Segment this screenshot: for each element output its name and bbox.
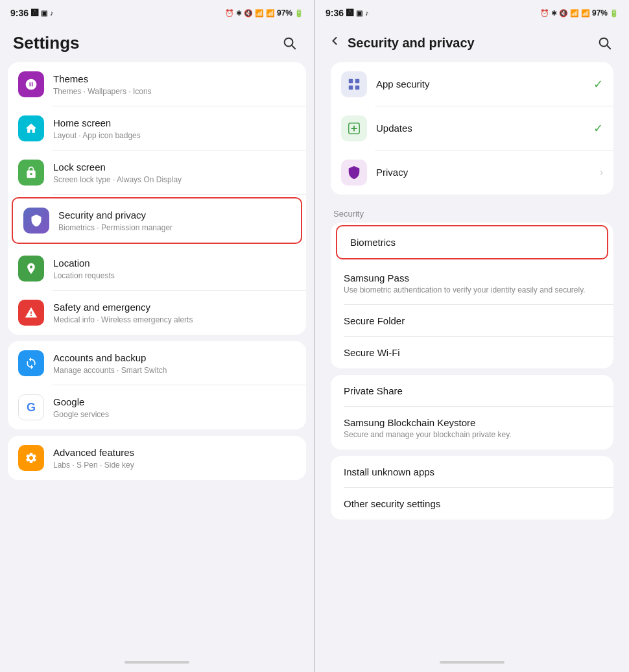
left-search-button[interactable] bbox=[278, 31, 301, 54]
right-bottom-indicator bbox=[440, 661, 504, 664]
left-battery-text: 97% bbox=[277, 8, 292, 18]
left-music-icon: ♪ bbox=[50, 9, 54, 17]
accounts-subtitle: Manage accounts · Smart Switch bbox=[53, 366, 296, 375]
settings-card-mid: Accounts and backup Manage accounts · Sm… bbox=[8, 341, 306, 429]
settings-item-privacy[interactable]: Privacy › bbox=[331, 150, 613, 195]
left-bottom-bar bbox=[0, 656, 314, 672]
accounts-title: Accounts and backup bbox=[53, 352, 296, 365]
other-security-title: Other security settings bbox=[344, 498, 600, 509]
settings-item-themes[interactable]: Themes Themes · Wallpapers · Icons bbox=[8, 62, 306, 106]
settings-item-install-unknown[interactable]: Install unknown apps bbox=[331, 456, 613, 488]
right-signal-icon: 📶 bbox=[581, 9, 590, 18]
right-bottom-bar bbox=[315, 656, 629, 672]
security-highlight-box: Security and privacy Biometrics · Permis… bbox=[12, 197, 302, 244]
right-panel: 9:36 🅰 ▣ ♪ ⏰ ✱ 🔇 📶 📶 97% 🔋 Security and … bbox=[315, 0, 629, 672]
app-security-check: ✓ bbox=[593, 77, 603, 91]
home-subtitle: Layout · App icon badges bbox=[53, 131, 296, 140]
themes-subtitle: Themes · Wallpapers · Icons bbox=[53, 87, 296, 96]
left-status-icons-a: 🅰 bbox=[31, 9, 38, 17]
settings-item-google[interactable]: G Google Google services bbox=[8, 385, 306, 429]
left-status-bar: 9:36 🅰 ▣ ♪ ⏰ ✱ 🔇 📶 📶 97% 🔋 bbox=[0, 0, 314, 26]
right-status-icons: ⏰ ✱ 🔇 📶 📶 97% 🔋 bbox=[540, 8, 619, 18]
secure-wifi-row: Secure Wi-Fi bbox=[344, 347, 600, 358]
settings-item-safety[interactable]: Safety and emergency Medical info · Wire… bbox=[8, 291, 306, 335]
left-signal-icon: 📶 bbox=[266, 9, 275, 18]
top-section-group: App security ✓ Updates ✓ Pri bbox=[331, 62, 613, 195]
google-subtitle: Google services bbox=[53, 410, 296, 419]
themes-text: Themes Themes · Wallpapers · Icons bbox=[53, 73, 296, 96]
right-settings-list: App security ✓ Updates ✓ Pri bbox=[315, 62, 629, 656]
settings-item-updates[interactable]: Updates ✓ bbox=[331, 106, 613, 150]
advanced-title: Advanced features bbox=[53, 446, 296, 459]
settings-card-bottom: Advanced features Labs · S Pen · Side ke… bbox=[8, 436, 306, 480]
biometrics-title: Biometrics bbox=[350, 237, 594, 248]
safety-subtitle: Medical info · Wireless emergency alerts bbox=[53, 315, 296, 324]
left-battery-icon: 🔋 bbox=[294, 9, 303, 18]
right-wifi-icon: 📶 bbox=[570, 9, 579, 18]
left-alarm-icon: ⏰ bbox=[225, 9, 234, 18]
lock-text: Lock screen Screen lock type · Always On… bbox=[53, 161, 296, 184]
right-notification-icon: ▣ bbox=[356, 9, 362, 18]
advanced-subtitle: Labs · S Pen · Side key bbox=[53, 461, 296, 470]
settings-item-app-security[interactable]: App security ✓ bbox=[331, 62, 613, 106]
settings-card-top: Themes Themes · Wallpapers · Icons Home … bbox=[8, 62, 306, 335]
google-text: Google Google services bbox=[53, 396, 296, 419]
settings-item-home[interactable]: Home screen Layout · App icon badges bbox=[8, 106, 306, 150]
samsung-pass-subtitle: Use biometric authentication to verify y… bbox=[344, 285, 586, 294]
right-status-bar: 9:36 🅰 ▣ ♪ ⏰ ✱ 🔇 📶 📶 97% 🔋 bbox=[315, 0, 629, 26]
settings-item-biometrics[interactable]: Biometrics bbox=[337, 226, 607, 258]
left-settings-list: Themes Themes · Wallpapers · Icons Home … bbox=[0, 62, 314, 656]
settings-item-private-share[interactable]: Private Share bbox=[331, 375, 613, 407]
location-subtitle: Location requests bbox=[53, 271, 296, 280]
right-time-text: 9:36 bbox=[326, 8, 344, 18]
privacy-chevron: › bbox=[600, 167, 603, 178]
blockchain-row: Samsung Blockchain Keystore bbox=[344, 417, 600, 428]
left-status-icons: ⏰ ✱ 🔇 📶 📶 97% 🔋 bbox=[225, 8, 303, 18]
right-status-a: 🅰 bbox=[346, 9, 353, 17]
home-title: Home screen bbox=[53, 117, 296, 130]
security-section-group: Biometrics Samsung Pass Use biometric au… bbox=[331, 222, 613, 368]
lock-icon bbox=[18, 160, 44, 186]
private-share-title: Private Share bbox=[344, 385, 600, 396]
settings-item-secure-wifi[interactable]: Secure Wi-Fi bbox=[331, 337, 613, 368]
settings-item-blockchain[interactable]: Samsung Blockchain Keystore Secure and m… bbox=[331, 407, 613, 450]
settings-item-lock[interactable]: Lock screen Screen lock type · Always On… bbox=[8, 150, 306, 195]
privacy-title: Privacy bbox=[376, 166, 595, 179]
app-security-icon bbox=[341, 71, 367, 97]
right-header-left: Security and privacy bbox=[328, 34, 475, 51]
privacy-text: Privacy bbox=[376, 166, 595, 179]
accounts-icon bbox=[18, 350, 44, 376]
biometrics-highlight-box: Biometrics bbox=[336, 225, 608, 259]
left-page-title: Settings bbox=[13, 33, 80, 53]
themes-title: Themes bbox=[53, 73, 296, 86]
settings-item-other-security[interactable]: Other security settings bbox=[331, 488, 613, 520]
safety-text: Safety and emergency Medical info · Wire… bbox=[53, 301, 296, 324]
security-text: Security and privacy Biometrics · Permis… bbox=[58, 209, 291, 232]
security-section-label: Security bbox=[323, 201, 621, 222]
back-button[interactable] bbox=[328, 34, 341, 51]
settings-item-security[interactable]: Security and privacy Biometrics · Permis… bbox=[13, 198, 301, 243]
google-title: Google bbox=[53, 396, 296, 409]
settings-item-secure-folder[interactable]: Secure Folder bbox=[331, 305, 613, 337]
settings-item-advanced[interactable]: Advanced features Labs · S Pen · Side ke… bbox=[8, 436, 306, 480]
left-bottom-indicator bbox=[125, 661, 189, 664]
svg-line-1 bbox=[292, 45, 295, 49]
settings-item-samsung-pass[interactable]: Samsung Pass Use biometric authenticatio… bbox=[331, 262, 613, 305]
other-security-row: Other security settings bbox=[344, 498, 600, 509]
right-search-button[interactable] bbox=[593, 31, 616, 54]
location-title: Location bbox=[53, 257, 296, 270]
settings-item-location[interactable]: Location Location requests bbox=[8, 246, 306, 291]
location-icon bbox=[18, 256, 44, 282]
right-time: 9:36 🅰 ▣ ♪ bbox=[326, 8, 369, 18]
right-battery-icon: 🔋 bbox=[610, 9, 619, 18]
private-share-row: Private Share bbox=[344, 385, 600, 396]
bottom-section-group: Install unknown apps Other security sett… bbox=[331, 456, 613, 520]
settings-item-accounts[interactable]: Accounts and backup Manage accounts · Sm… bbox=[8, 341, 306, 385]
right-page-title: Security and privacy bbox=[348, 36, 475, 51]
updates-title: Updates bbox=[376, 122, 588, 135]
left-mute-icon: 🔇 bbox=[244, 9, 253, 18]
right-mute-icon: 🔇 bbox=[559, 9, 568, 18]
more-section-group: Private Share Samsung Blockchain Keystor… bbox=[331, 375, 613, 450]
updates-text: Updates bbox=[376, 122, 588, 135]
right-alarm-icon: ⏰ bbox=[540, 9, 549, 18]
